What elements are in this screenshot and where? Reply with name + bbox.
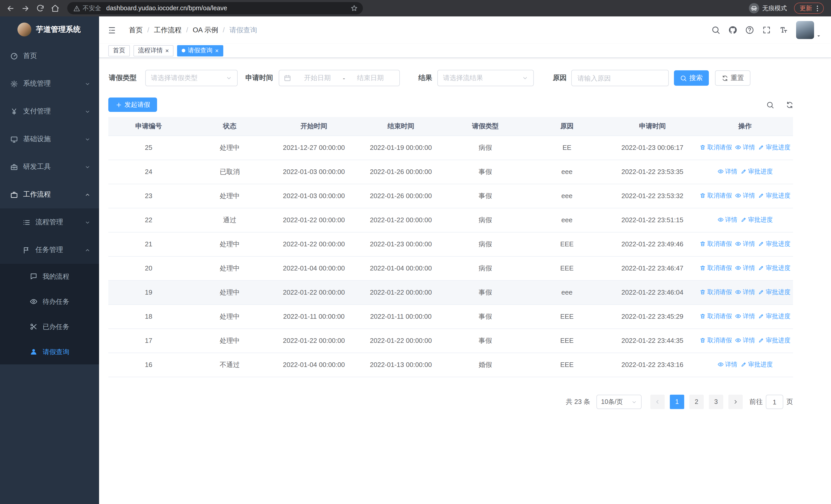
cell-applied: 2022-01-23 00:06:17 [608, 136, 697, 159]
sidebar-item-chat[interactable]: 我的流程 [0, 264, 99, 289]
url-bar[interactable]: 不安全 dashboard.yudao.iocoder.cn/bpm/oa/le… [67, 2, 363, 14]
detail-link[interactable]: 详情 [735, 143, 755, 152]
page-size-select[interactable]: 10条/页 [596, 395, 641, 409]
help-icon[interactable] [745, 26, 754, 34]
detail-link[interactable]: 详情 [735, 264, 755, 272]
not-secure-icon [74, 5, 80, 11]
detail-link[interactable]: 详情 [735, 336, 755, 345]
detail-link[interactable]: 详情 [717, 167, 737, 176]
browser-menu-dots-icon[interactable] [813, 4, 821, 12]
sidebar-item-user[interactable]: 请假查询 [0, 339, 99, 364]
sidebar-item-toolbox[interactable]: 研发工具 [0, 153, 99, 181]
tab-close-icon[interactable]: × [215, 48, 219, 54]
table-row: 20处理中2022-01-04 00:00:002022-01-04 00:00… [108, 256, 793, 280]
detail-link[interactable]: 详情 [717, 360, 737, 369]
eye-icon [735, 337, 741, 344]
browser-forward-icon[interactable] [21, 4, 30, 12]
sidebar-item-gauge[interactable]: 首页 [0, 42, 99, 70]
cancel-link[interactable]: 取消请假 [699, 240, 732, 248]
incognito-label: 无痕模式 [762, 4, 787, 12]
date-range-picker[interactable]: 开始日期 - 结束日期 [279, 70, 400, 86]
progress-link[interactable]: 审批进度 [758, 288, 791, 297]
detail-link[interactable]: 详情 [717, 215, 737, 224]
bookmark-star-icon[interactable] [350, 5, 358, 12]
browser-home-icon[interactable] [51, 4, 60, 12]
page-button-2[interactable]: 2 [689, 395, 704, 409]
progress-link[interactable]: 审批进度 [740, 167, 773, 176]
progress-link[interactable]: 审批进度 [758, 336, 791, 345]
progress-link[interactable]: 审批进度 [740, 215, 773, 224]
browser-update-button[interactable]: 更新 [794, 3, 824, 14]
cancel-link[interactable]: 取消请假 [699, 143, 732, 152]
browser-back-icon[interactable] [6, 4, 15, 12]
tab-close-icon[interactable]: × [165, 48, 169, 54]
header-search-icon[interactable] [711, 26, 720, 34]
cell-status: 处理中 [189, 328, 270, 353]
reason-input[interactable] [571, 70, 669, 86]
detail-link[interactable]: 详情 [735, 240, 755, 248]
page-button-3[interactable]: 3 [709, 395, 723, 409]
cell-start: 2022-01-04 00:00:00 [270, 256, 357, 280]
progress-link[interactable]: 审批进度 [758, 240, 791, 248]
breadcrumb-item[interactable]: OA 示例 [193, 25, 218, 35]
sidebar-item-flag[interactable]: 任务管理 [0, 236, 99, 264]
sidebar-item-gear[interactable]: 系统管理 [0, 70, 99, 97]
cancel-link[interactable]: 取消请假 [699, 312, 732, 321]
browser-reload-icon[interactable] [36, 4, 45, 12]
sidebar-item-yen[interactable]: 支付管理 [0, 97, 99, 125]
tab-流程详情[interactable]: 流程详情× [134, 45, 173, 56]
fullscreen-icon[interactable] [762, 26, 771, 34]
app-title: 芋道管理系统 [36, 24, 81, 34]
sidebar-item-eye[interactable]: 待办任务 [0, 289, 99, 314]
breadcrumb-item[interactable]: 首页 [129, 25, 143, 35]
search-button[interactable]: 搜索 [674, 70, 709, 86]
create-leave-button[interactable]: 发起请假 [108, 97, 157, 112]
cancel-link[interactable]: 取消请假 [699, 191, 732, 200]
screen: 不安全 dashboard.yudao.iocoder.cn/bpm/oa/le… [0, 0, 831, 504]
sidebar-item-scissors[interactable]: 已办任务 [0, 314, 99, 339]
table-refresh-icon[interactable] [786, 101, 794, 109]
result-select[interactable]: 请选择流结果 [437, 70, 534, 86]
cell-end: 2022-01-04 00:00:00 [357, 256, 445, 280]
github-icon[interactable] [728, 26, 737, 34]
cancel-link[interactable]: 取消请假 [699, 264, 732, 272]
tab-请假查询[interactable]: 请假查询× [177, 45, 223, 56]
progress-link[interactable]: 审批进度 [758, 191, 791, 200]
prev-page-button[interactable] [650, 395, 665, 409]
goto-page-input[interactable] [766, 395, 783, 409]
breadcrumb-item: 请假查询 [229, 25, 257, 35]
user-avatar[interactable] [796, 21, 814, 39]
cancel-link[interactable]: 取消请假 [699, 288, 732, 297]
tab-首页[interactable]: 首页 [108, 45, 130, 56]
app-logo[interactable]: 芋道管理系统 [0, 17, 99, 42]
goto-label: 前往 [749, 397, 763, 407]
user-menu[interactable] [796, 21, 822, 39]
progress-link[interactable]: 审批进度 [758, 264, 791, 272]
toggle-search-icon[interactable] [766, 101, 774, 109]
cancel-link[interactable]: 取消请假 [699, 336, 732, 345]
sidebar-item-label: 系统管理 [23, 79, 51, 88]
font-size-icon[interactable] [779, 26, 788, 34]
page-button-1[interactable]: 1 [670, 395, 684, 409]
security-label[interactable]: 不安全 [83, 4, 101, 12]
progress-link[interactable]: 审批进度 [758, 143, 791, 152]
sidebar-item-monitor[interactable]: 基础设施 [0, 125, 99, 153]
progress-link[interactable]: 审批进度 [740, 360, 773, 369]
sidebar-item-list[interactable]: 流程管理 [0, 208, 99, 236]
eye-icon [735, 313, 741, 320]
cell-id: 16 [108, 353, 189, 377]
sidebar-collapse-icon[interactable] [107, 25, 116, 35]
detail-link[interactable]: 详情 [735, 288, 755, 297]
sidebar-item-briefcase[interactable]: 工作流程 [0, 181, 99, 208]
detail-link[interactable]: 详情 [735, 312, 755, 321]
next-page-button[interactable] [728, 395, 743, 409]
breadcrumb-item[interactable]: 工作流程 [154, 25, 182, 35]
table-row: 19处理中2022-01-22 00:00:002022-01-22 00:00… [108, 280, 793, 304]
detail-link[interactable]: 详情 [735, 191, 755, 200]
progress-link[interactable]: 审批进度 [758, 312, 791, 321]
leave-type-select[interactable]: 请选择请假类型 [145, 70, 238, 86]
header-actions [711, 21, 822, 39]
edit-icon [758, 313, 764, 320]
url-text[interactable]: dashboard.yudao.iocoder.cn/bpm/oa/leave [106, 5, 350, 12]
reset-button[interactable]: 重置 [715, 70, 750, 86]
